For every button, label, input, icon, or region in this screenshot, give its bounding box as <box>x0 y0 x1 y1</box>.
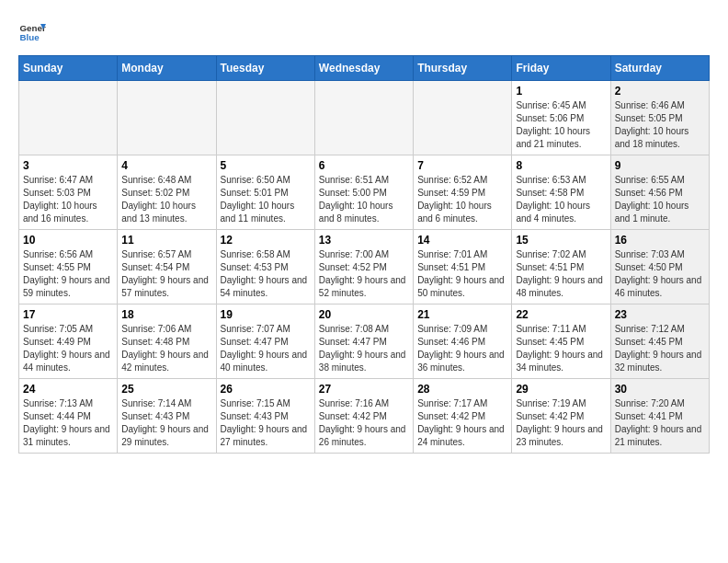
calendar-cell <box>414 81 512 155</box>
calendar-cell: 28Sunrise: 7:17 AM Sunset: 4:42 PM Dayli… <box>414 379 512 454</box>
day-info: Sunrise: 7:20 AM Sunset: 4:41 PM Dayligh… <box>615 397 705 449</box>
calendar-cell: 25Sunrise: 7:14 AM Sunset: 4:43 PM Dayli… <box>118 379 216 454</box>
calendar-cell <box>19 81 118 155</box>
day-info: Sunrise: 7:09 AM Sunset: 4:46 PM Dayligh… <box>417 323 507 374</box>
day-number: 29 <box>516 383 606 396</box>
calendar-cell: 22Sunrise: 7:11 AM Sunset: 4:45 PM Dayli… <box>512 304 610 379</box>
day-number: 20 <box>319 308 409 321</box>
calendar-table: SundayMondayTuesdayWednesdayThursdayFrid… <box>18 55 710 454</box>
calendar-cell <box>216 81 314 155</box>
calendar-cell: 14Sunrise: 7:01 AM Sunset: 4:51 PM Dayli… <box>414 230 512 304</box>
calendar-cell: 17Sunrise: 7:05 AM Sunset: 4:49 PM Dayli… <box>19 304 118 379</box>
day-number: 10 <box>23 234 113 247</box>
weekday-header-thursday: Thursday <box>414 56 512 81</box>
logo-icon: General Blue <box>18 18 46 46</box>
calendar-cell: 2Sunrise: 6:46 AM Sunset: 5:05 PM Daylig… <box>610 81 709 155</box>
calendar-cell: 21Sunrise: 7:09 AM Sunset: 4:46 PM Dayli… <box>414 304 512 379</box>
day-info: Sunrise: 7:03 AM Sunset: 4:50 PM Dayligh… <box>615 248 705 300</box>
day-number: 1 <box>516 85 606 98</box>
day-info: Sunrise: 7:08 AM Sunset: 4:47 PM Dayligh… <box>319 323 409 374</box>
calendar-cell: 15Sunrise: 7:02 AM Sunset: 4:51 PM Dayli… <box>512 230 610 304</box>
day-info: Sunrise: 6:52 AM Sunset: 4:59 PM Dayligh… <box>417 174 507 225</box>
day-number: 8 <box>516 159 606 172</box>
calendar-cell <box>118 81 216 155</box>
calendar-cell: 24Sunrise: 7:13 AM Sunset: 4:44 PM Dayli… <box>19 379 118 454</box>
calendar-cell: 27Sunrise: 7:16 AM Sunset: 4:42 PM Dayli… <box>314 379 413 454</box>
day-number: 4 <box>121 159 211 172</box>
calendar-cell: 8Sunrise: 6:53 AM Sunset: 4:58 PM Daylig… <box>512 155 610 230</box>
calendar-cell: 29Sunrise: 7:19 AM Sunset: 4:42 PM Dayli… <box>512 379 610 454</box>
day-info: Sunrise: 6:50 AM Sunset: 5:01 PM Dayligh… <box>221 174 311 225</box>
calendar-cell: 18Sunrise: 7:06 AM Sunset: 4:48 PM Dayli… <box>118 304 216 379</box>
day-number: 5 <box>221 159 311 172</box>
day-number: 12 <box>221 234 311 247</box>
day-number: 28 <box>417 383 507 396</box>
weekday-header-sunday: Sunday <box>19 56 118 81</box>
calendar-week-4: 17Sunrise: 7:05 AM Sunset: 4:49 PM Dayli… <box>19 304 710 379</box>
calendar-week-5: 24Sunrise: 7:13 AM Sunset: 4:44 PM Dayli… <box>19 379 710 454</box>
day-info: Sunrise: 7:01 AM Sunset: 4:51 PM Dayligh… <box>417 248 507 300</box>
weekday-header-row: SundayMondayTuesdayWednesdayThursdayFrid… <box>19 56 710 81</box>
calendar-cell: 7Sunrise: 6:52 AM Sunset: 4:59 PM Daylig… <box>414 155 512 230</box>
day-info: Sunrise: 7:06 AM Sunset: 4:48 PM Dayligh… <box>121 323 211 374</box>
day-info: Sunrise: 6:53 AM Sunset: 4:58 PM Dayligh… <box>516 174 606 225</box>
day-info: Sunrise: 6:47 AM Sunset: 5:03 PM Dayligh… <box>23 174 113 225</box>
weekday-header-monday: Monday <box>118 56 216 81</box>
day-info: Sunrise: 7:12 AM Sunset: 4:45 PM Dayligh… <box>615 323 705 374</box>
calendar-cell: 30Sunrise: 7:20 AM Sunset: 4:41 PM Dayli… <box>610 379 709 454</box>
calendar-cell: 11Sunrise: 6:57 AM Sunset: 4:54 PM Dayli… <box>118 230 216 304</box>
day-number: 21 <box>417 308 507 321</box>
day-number: 3 <box>23 159 113 172</box>
calendar-cell: 9Sunrise: 6:55 AM Sunset: 4:56 PM Daylig… <box>610 155 709 230</box>
calendar-cell: 3Sunrise: 6:47 AM Sunset: 5:03 PM Daylig… <box>19 155 118 230</box>
day-number: 7 <box>417 159 507 172</box>
day-number: 23 <box>615 308 705 321</box>
calendar-week-1: 1Sunrise: 6:45 AM Sunset: 5:06 PM Daylig… <box>19 81 710 155</box>
day-info: Sunrise: 7:17 AM Sunset: 4:42 PM Dayligh… <box>417 397 507 449</box>
weekday-header-tuesday: Tuesday <box>216 56 314 81</box>
weekday-header-wednesday: Wednesday <box>314 56 413 81</box>
day-info: Sunrise: 7:07 AM Sunset: 4:47 PM Dayligh… <box>221 323 311 374</box>
day-info: Sunrise: 7:00 AM Sunset: 4:52 PM Dayligh… <box>319 248 409 300</box>
day-number: 14 <box>417 234 507 247</box>
day-number: 26 <box>221 383 311 396</box>
calendar-cell: 12Sunrise: 6:58 AM Sunset: 4:53 PM Dayli… <box>216 230 314 304</box>
day-number: 6 <box>319 159 409 172</box>
day-number: 18 <box>121 308 211 321</box>
day-info: Sunrise: 6:46 AM Sunset: 5:05 PM Dayligh… <box>615 99 705 151</box>
day-number: 15 <box>516 234 606 247</box>
day-number: 30 <box>615 383 705 396</box>
day-info: Sunrise: 7:14 AM Sunset: 4:43 PM Dayligh… <box>121 397 211 449</box>
logo: General Blue <box>18 18 46 46</box>
day-info: Sunrise: 6:57 AM Sunset: 4:54 PM Dayligh… <box>121 248 211 300</box>
calendar-cell: 26Sunrise: 7:15 AM Sunset: 4:43 PM Dayli… <box>216 379 314 454</box>
day-number: 22 <box>516 308 606 321</box>
day-info: Sunrise: 7:15 AM Sunset: 4:43 PM Dayligh… <box>221 397 311 449</box>
day-number: 11 <box>121 234 211 247</box>
day-info: Sunrise: 7:19 AM Sunset: 4:42 PM Dayligh… <box>516 397 606 449</box>
day-number: 13 <box>319 234 409 247</box>
svg-text:Blue: Blue <box>20 32 40 42</box>
day-info: Sunrise: 7:16 AM Sunset: 4:42 PM Dayligh… <box>319 397 409 449</box>
day-number: 16 <box>615 234 705 247</box>
calendar-cell: 1Sunrise: 6:45 AM Sunset: 5:06 PM Daylig… <box>512 81 610 155</box>
calendar-cell: 13Sunrise: 7:00 AM Sunset: 4:52 PM Dayli… <box>314 230 413 304</box>
weekday-header-friday: Friday <box>512 56 610 81</box>
day-info: Sunrise: 7:02 AM Sunset: 4:51 PM Dayligh… <box>516 248 606 300</box>
calendar-cell: 16Sunrise: 7:03 AM Sunset: 4:50 PM Dayli… <box>610 230 709 304</box>
calendar-cell: 19Sunrise: 7:07 AM Sunset: 4:47 PM Dayli… <box>216 304 314 379</box>
calendar-cell: 6Sunrise: 6:51 AM Sunset: 5:00 PM Daylig… <box>314 155 413 230</box>
page-header: General Blue <box>18 18 710 46</box>
calendar-week-3: 10Sunrise: 6:56 AM Sunset: 4:55 PM Dayli… <box>19 230 710 304</box>
day-info: Sunrise: 6:48 AM Sunset: 5:02 PM Dayligh… <box>121 174 211 225</box>
day-info: Sunrise: 6:45 AM Sunset: 5:06 PM Dayligh… <box>516 99 606 151</box>
day-info: Sunrise: 7:13 AM Sunset: 4:44 PM Dayligh… <box>23 397 113 449</box>
day-number: 24 <box>23 383 113 396</box>
day-number: 25 <box>121 383 211 396</box>
calendar-cell: 23Sunrise: 7:12 AM Sunset: 4:45 PM Dayli… <box>610 304 709 379</box>
day-info: Sunrise: 6:51 AM Sunset: 5:00 PM Dayligh… <box>319 174 409 225</box>
day-info: Sunrise: 6:56 AM Sunset: 4:55 PM Dayligh… <box>23 248 113 300</box>
day-number: 19 <box>221 308 311 321</box>
day-info: Sunrise: 6:58 AM Sunset: 4:53 PM Dayligh… <box>221 248 311 300</box>
calendar-cell <box>314 81 413 155</box>
